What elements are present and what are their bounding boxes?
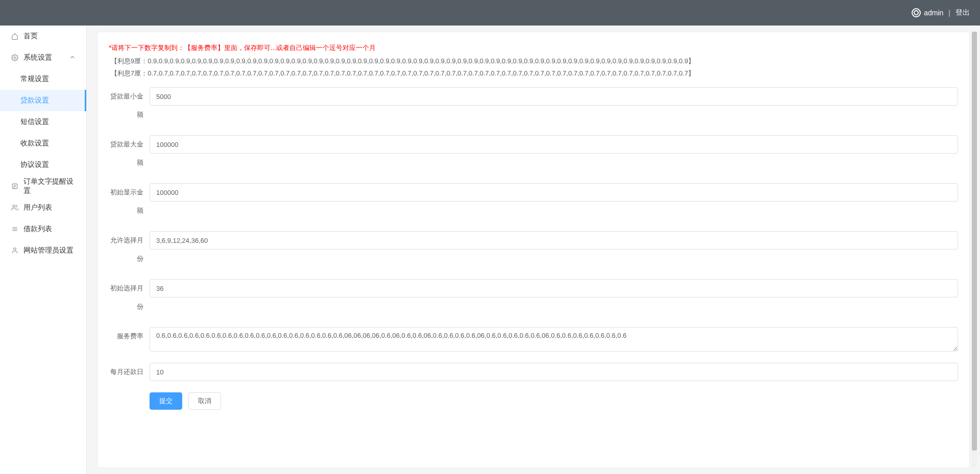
app-header: admin | 登出 [0, 0, 980, 26]
hint-interest9: 【利息9厘：0.9,0.9,0.9,0.9,0.9,0.9,0.9,0.9,0.… [111, 57, 958, 66]
username-label: admin [924, 9, 943, 17]
form-row-init-months: 初始选择月份 [109, 279, 958, 316]
gear-icon [10, 54, 19, 61]
sidebar-item-label: 网站管理员设置 [23, 246, 76, 255]
sidebar-item-label: 首页 [23, 32, 76, 41]
sidebar-item-sms[interactable]: 短信设置 [0, 111, 86, 133]
init-months-label: 初始选择月份 [109, 279, 150, 316]
max-amount-label: 贷款最大金额 [109, 135, 150, 172]
form-row-init-display: 初始显示金额 [109, 183, 958, 220]
loan-settings-form: 贷款最小金额 贷款最大金额 初始显示金额 允许选择月份 初始选择月份 [109, 87, 958, 410]
sidebar-item-general[interactable]: 常规设置 [0, 68, 86, 90]
repay-day-input[interactable] [150, 363, 958, 381]
menu-icon [10, 226, 19, 233]
service-rate-label: 服务费率 [109, 327, 150, 345]
sidebar-item-payment[interactable]: 收款设置 [0, 133, 86, 154]
sidebar: 首页 系统设置 常规设置 贷款设置 短信设置 收 [0, 26, 87, 474]
svg-point-5 [13, 205, 15, 208]
cancel-button[interactable]: 取消 [188, 392, 221, 410]
sidebar-item-label: 贷款设置 [20, 96, 76, 105]
sidebar-item-agreement[interactable]: 协议设置 [0, 154, 86, 176]
list-icon [10, 183, 19, 190]
init-months-input[interactable] [150, 279, 958, 297]
sidebar-item-user-list[interactable]: 用户列表 [0, 197, 86, 218]
init-display-input[interactable] [150, 183, 958, 202]
sidebar-item-loan-list[interactable]: 借款列表 [0, 218, 86, 240]
sidebar-item-label: 常规设置 [20, 74, 76, 84]
scrollbar-thumb[interactable] [972, 32, 977, 451]
sidebar-item-label: 借款列表 [23, 224, 76, 234]
sidebar-item-order-reminder[interactable]: 订单文字提醒设置 [0, 176, 86, 197]
sidebar-item-loan[interactable]: 贷款设置 [0, 90, 86, 111]
submit-button[interactable]: 提交 [150, 392, 182, 410]
max-amount-input[interactable] [150, 135, 958, 154]
content-card: *请将下一下数字复制到：【服务费率】里面，保存即可...或者自己编辑一个逗号对应… [97, 32, 970, 468]
form-row-repay-day: 每月还款日 [109, 363, 958, 381]
sidebar-item-label: 收款设置 [20, 139, 76, 148]
allow-months-input[interactable] [150, 231, 958, 250]
sidebar-item-label: 订单文字提醒设置 [23, 177, 76, 195]
header-user[interactable]: admin [912, 8, 943, 17]
form-row-allow-months: 允许选择月份 [109, 231, 958, 268]
sidebar-item-system-settings[interactable]: 系统设置 [0, 47, 86, 68]
sidebar-item-home[interactable]: 首页 [0, 26, 86, 47]
repay-day-label: 每月还款日 [109, 363, 150, 381]
sidebar-submenu-system: 常规设置 贷款设置 短信设置 收款设置 协议设置 [0, 68, 86, 176]
init-display-label: 初始显示金额 [109, 183, 150, 220]
form-row-max-amount: 贷款最大金额 [109, 135, 958, 172]
form-row-service-rate: 服务费率 [109, 327, 958, 352]
sidebar-item-label: 系统设置 [23, 53, 52, 62]
chevron-up-icon [69, 54, 76, 62]
sidebar-item-admin-settings[interactable]: 网站管理员设置 [0, 240, 86, 261]
min-amount-label: 贷款最小金额 [109, 87, 150, 124]
form-row-min-amount: 贷款最小金额 [109, 87, 958, 124]
svg-point-9 [14, 248, 16, 251]
users-icon [10, 204, 19, 211]
user-icon [10, 247, 19, 254]
sidebar-item-label: 协议设置 [20, 160, 76, 169]
scrollbar[interactable] [972, 32, 977, 468]
home-icon [10, 33, 19, 40]
allow-months-label: 允许选择月份 [109, 231, 150, 268]
avatar-icon [912, 8, 921, 17]
sidebar-item-label: 用户列表 [23, 203, 76, 212]
svg-point-0 [14, 57, 16, 59]
service-rate-input[interactable] [150, 327, 958, 352]
hint-warning: *请将下一下数字复制到：【服务费率】里面，保存即可...或者自己编辑一个逗号对应… [109, 43, 958, 53]
min-amount-input[interactable] [150, 87, 958, 106]
main-area: *请将下一下数字复制到：【服务费率】里面，保存即可...或者自己编辑一个逗号对应… [87, 26, 980, 474]
form-actions: 提交 取消 [109, 392, 958, 410]
header-separator: | [948, 9, 950, 17]
hint-interest7: 【利息7厘：0.7,0.7,0.7,0.7,0.7,0.7,0.7,0.7,0.… [111, 69, 958, 78]
logout-link[interactable]: 登出 [955, 8, 970, 17]
sidebar-item-label: 短信设置 [20, 117, 76, 127]
